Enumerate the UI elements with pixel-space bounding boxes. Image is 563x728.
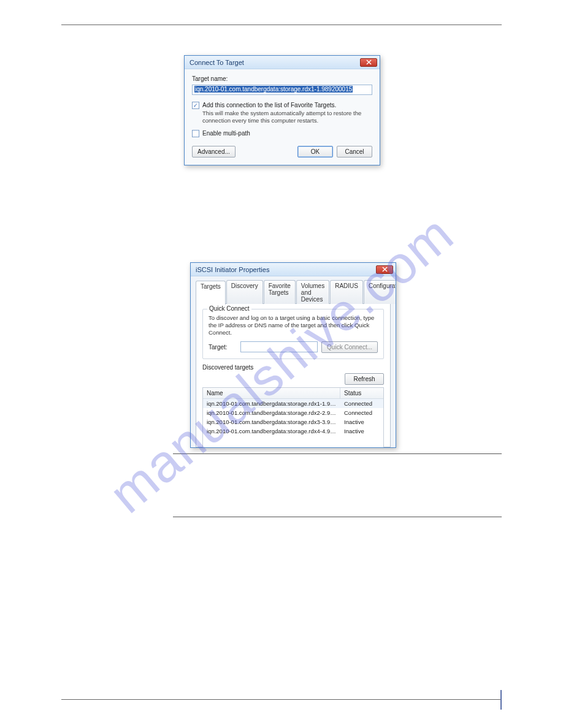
discovered-targets-list[interactable]: Name Status iqn.2010-01.com.tandbergdata… [202, 387, 384, 448]
advanced-button[interactable]: Advanced... [192, 146, 236, 157]
refresh-button[interactable]: Refresh [345, 373, 384, 385]
discovered-targets-group: Discovered targets Refresh Name Status i… [202, 364, 384, 448]
tab-targets[interactable]: Targets [196, 281, 226, 305]
list-item[interactable]: iqn.2010-01.com.tandbergdata:storage.rdx… [203, 399, 383, 408]
list-item-name: iqn.2010-01.com.tandbergdata:storage.rdx… [203, 428, 340, 434]
list-item-name: iqn.2010-01.com.tandbergdata:storage.rdx… [203, 409, 340, 416]
favorite-targets-label: Add this connection to the list of Favor… [202, 101, 336, 109]
page-right-rule [500, 690, 502, 710]
list-item-status: Inactive [340, 428, 383, 434]
tab-radius[interactable]: RADIUS [330, 280, 363, 304]
close-icon[interactable] [376, 265, 393, 274]
dialog2-titlebar[interactable]: iSCSI Initiator Properties [191, 263, 396, 276]
list-header: Name Status [203, 388, 383, 399]
quick-connect-group: Quick Connect To discover and log on to … [202, 309, 384, 359]
favorite-targets-checkbox[interactable] [192, 102, 199, 109]
list-item-status: Connected [340, 400, 383, 407]
discovered-targets-legend: Discovered targets [202, 364, 384, 371]
dialog1-title: Connect To Target [190, 59, 244, 66]
list-item[interactable]: iqn.2010-01.com.tandbergdata:storage.rdx… [203, 427, 383, 436]
page-bottom-rule [61, 699, 502, 700]
close-icon[interactable] [360, 58, 377, 67]
target-name-value: iqn.2010-01.com.tandbergdata:storage.rdx… [194, 86, 353, 93]
ok-button[interactable]: OK [297, 146, 333, 157]
list-item-status: Connected [340, 409, 383, 416]
target-name-input[interactable]: iqn.2010-01.com.tandbergdata:storage.rdx… [192, 85, 372, 95]
cancel-button[interactable]: Cancel [337, 146, 372, 157]
list-item-status: Inactive [340, 419, 383, 425]
quick-connect-button[interactable]: Quick Connect... [321, 341, 378, 353]
dialog2-title: iSCSI Initiator Properties [196, 266, 269, 273]
tab-volumes-devices[interactable]: Volumes and Devices [296, 280, 329, 304]
col-name[interactable]: Name [203, 388, 340, 398]
quick-connect-target-input[interactable] [240, 341, 318, 352]
tab-favorite-targets[interactable]: Favorite Targets [264, 280, 296, 304]
col-status[interactable]: Status [340, 388, 383, 398]
tab-discovery[interactable]: Discovery [226, 280, 263, 304]
list-item-name: iqn.2010-01.com.tandbergdata:storage.rdx… [203, 400, 340, 407]
dialog1-titlebar[interactable]: Connect To Target [185, 56, 380, 69]
connect-to-target-dialog: Connect To Target Target name: iqn.2010-… [184, 55, 380, 165]
tab-configuration[interactable]: Configuration [364, 280, 396, 304]
list-item[interactable]: iqn.2010-01.com.tandbergdata:storage.rdx… [203, 417, 383, 427]
target-name-label: Target name: [192, 75, 372, 82]
list-item[interactable]: iqn.2010-01.com.tandbergdata:storage.rdx… [203, 408, 383, 417]
section-rule [173, 453, 502, 454]
quick-connect-legend: Quick Connect [207, 305, 251, 312]
page-top-rule [61, 25, 502, 25]
iscsi-initiator-properties-dialog: iSCSI Initiator Properties Targets Disco… [190, 262, 396, 448]
enable-multipath-label: Enable multi-path [202, 129, 250, 137]
list-item-name: iqn.2010-01.com.tandbergdata:storage.rdx… [203, 419, 340, 425]
favorite-targets-desc: This will make the system automatically … [202, 110, 372, 124]
tab-page-targets: Quick Connect To discover and log on to … [196, 303, 391, 447]
quick-connect-target-label: Target: [209, 344, 237, 351]
enable-multipath-checkbox[interactable] [192, 130, 199, 137]
quick-connect-desc: To discover and log on to a target using… [209, 314, 378, 336]
section-rule [173, 517, 502, 517]
tab-strip: Targets Discovery Favorite Targets Volum… [196, 280, 391, 304]
